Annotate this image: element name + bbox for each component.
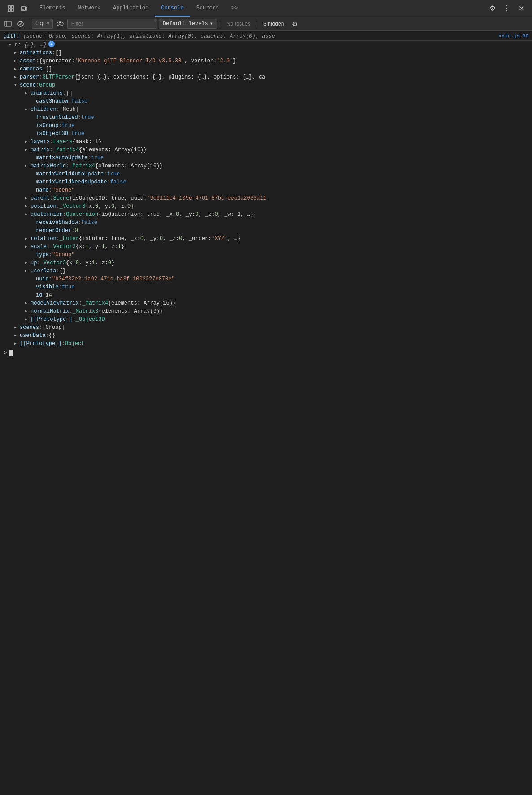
chevron-down-icon: ▾ (47, 20, 50, 27)
log-levels-button[interactable]: Default levels ▾ (159, 19, 217, 29)
prototype-object3d-row: [[Prototype]] : _Object3D (0, 315, 532, 323)
receive-shadow-key: receiveShadow (36, 218, 78, 227)
tab-console[interactable]: Console (155, 0, 190, 17)
scale-triangle[interactable] (25, 243, 31, 251)
expand-gltf-triangle[interactable] (9, 41, 14, 49)
normal-matrix-triangle[interactable] (25, 307, 31, 315)
settings-button[interactable]: ⚙ (486, 2, 499, 15)
render-order-row: renderOrder : 0 (0, 227, 532, 235)
scene-animations-triangle[interactable] (25, 89, 31, 97)
tab-elements[interactable]: Elements (33, 0, 72, 17)
svg-point-11 (57, 22, 63, 26)
position-triangle[interactable] (25, 202, 31, 210)
tab-application[interactable]: Application (107, 0, 155, 17)
gltf-key-label: gltf: (4, 33, 20, 39)
tab-sources[interactable]: Sources (190, 0, 225, 17)
prototype-object-triangle[interactable] (14, 340, 20, 348)
scene-triangle[interactable] (14, 81, 20, 89)
quaternion-triangle[interactable] (25, 210, 31, 218)
layers-row: layers : Layers {mask: 1} (0, 138, 532, 146)
position-row: position : _Vector3 {x: 0 , y: 0 , z: 0 … (0, 202, 532, 210)
nav-tabs: Elements Network Application Console Sou… (33, 0, 486, 17)
quaternion-key: quaternion (31, 210, 63, 218)
filter-input[interactable] (67, 19, 157, 29)
matrix-world-auto-update-key: matrixWorldAutoUpdate (36, 170, 104, 178)
matrix-triangle[interactable] (25, 146, 31, 154)
prototype-object3d-key: [[Prototype]] (31, 315, 73, 323)
tab-more[interactable]: >> (225, 0, 244, 17)
matrix-world-triangle[interactable] (25, 162, 31, 170)
uuid-row: uuid : "b34f82e2-1a92-471d-ba3f-1002227e… (0, 275, 532, 283)
scenes-key: scenes (20, 323, 39, 332)
divider-1 (29, 20, 29, 28)
cast-shadow-key: castShadow (36, 97, 68, 105)
user-data-triangle[interactable] (25, 267, 31, 275)
parent-key: parent (31, 194, 50, 202)
svg-rect-1 (11, 6, 13, 8)
visible-row: visible : true (0, 283, 532, 291)
type-row: type : "Group" (0, 251, 532, 259)
context-selector[interactable]: top ▾ (32, 19, 53, 29)
normal-matrix-key: normalMatrix (31, 307, 69, 315)
scene-key: scene (20, 81, 36, 89)
frustum-culled-row: frustumCulled : true (0, 114, 532, 122)
console-prompt[interactable]: > (0, 348, 532, 358)
cast-shadow-row: castShadow : false (0, 97, 532, 105)
close-button[interactable]: ✕ (515, 2, 528, 15)
sidebar-toggle-button[interactable] (3, 18, 13, 29)
more-options-button[interactable]: ⋮ (501, 2, 513, 15)
hidden-count-button[interactable]: 3 hidden (260, 19, 288, 29)
layers-triangle[interactable] (25, 138, 31, 146)
parent-triangle[interactable] (25, 194, 31, 202)
matrix-auto-update-key: matrixAutoUpdate (36, 154, 87, 162)
prototype-object3d-triangle[interactable] (25, 315, 31, 323)
is-group-row: isGroup : true (0, 122, 532, 130)
top-nav-bar: Elements Network Application Console Sou… (0, 0, 532, 17)
console-settings-button[interactable]: ⚙ (289, 18, 300, 29)
clear-console-button[interactable] (15, 18, 26, 29)
up-row: up : _Vector3 {x: 0 , y: 1 , z: 0 } (0, 259, 532, 267)
parser-triangle[interactable] (14, 73, 20, 81)
svg-rect-2 (8, 9, 10, 11)
parser-key: parser (20, 73, 39, 81)
eye-button[interactable] (55, 18, 65, 29)
no-issues-button[interactable]: No Issues (223, 19, 254, 29)
cameras-row: cameras : [] (0, 65, 532, 73)
source-link[interactable]: main.js:96 (499, 33, 528, 39)
scale-key: scale (31, 243, 47, 251)
parent-row: parent : Scene {isObject3D: true, uuid: … (0, 194, 532, 202)
children-key: children (31, 105, 57, 114)
scenes-triangle[interactable] (14, 323, 20, 332)
gltf-summary-line2: t: {…}, …} i (0, 41, 532, 49)
scene-animations-key: animations (31, 89, 63, 97)
name-key: name (36, 186, 49, 194)
model-view-matrix-row: modelViewMatrix : _Matrix4 {elements: Ar… (0, 299, 532, 307)
levels-chevron-icon: ▾ (210, 20, 213, 27)
up-triangle[interactable] (25, 259, 31, 267)
animations-triangle[interactable] (14, 49, 20, 57)
id-row: id : 14 (0, 291, 532, 299)
quaternion-row: quaternion : Quaternion {isQuaternion: t… (0, 210, 532, 218)
root-user-data-key: userData (20, 332, 46, 340)
up-key: up (31, 259, 37, 267)
rotation-row: rotation : _Euler {isEuler: true, _x: 0 … (0, 235, 532, 243)
scene-animations-row: animations : [] (0, 89, 532, 97)
root-user-data-triangle[interactable] (14, 332, 20, 340)
model-view-matrix-triangle[interactable] (25, 299, 31, 307)
inspect-icon[interactable] (4, 2, 17, 15)
device-icon[interactable] (18, 2, 31, 15)
cursor (9, 350, 13, 356)
tab-network[interactable]: Network (72, 0, 107, 17)
cameras-triangle[interactable] (14, 65, 20, 73)
rotation-triangle[interactable] (25, 235, 31, 243)
svg-rect-3 (11, 9, 13, 11)
asset-triangle[interactable] (14, 57, 20, 65)
matrix-world-needs-update-key: matrixWorldNeedsUpdate (36, 178, 107, 186)
children-triangle[interactable] (25, 105, 31, 114)
matrix-auto-update-row: matrixAutoUpdate : true (0, 154, 532, 162)
receive-shadow-row: receiveShadow : false (0, 218, 532, 227)
matrix-world-needs-update-row: matrixWorldNeedsUpdate : false (0, 178, 532, 186)
svg-rect-7 (5, 21, 11, 26)
is-object3d-key: isObject3D (36, 130, 68, 138)
rotation-key: rotation (31, 235, 57, 243)
